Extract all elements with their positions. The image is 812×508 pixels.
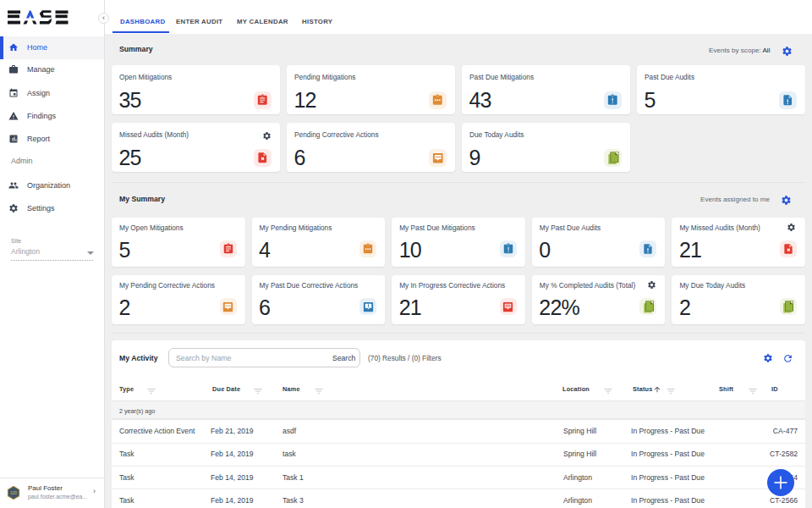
svg-text:100: 100 (10, 491, 17, 495)
